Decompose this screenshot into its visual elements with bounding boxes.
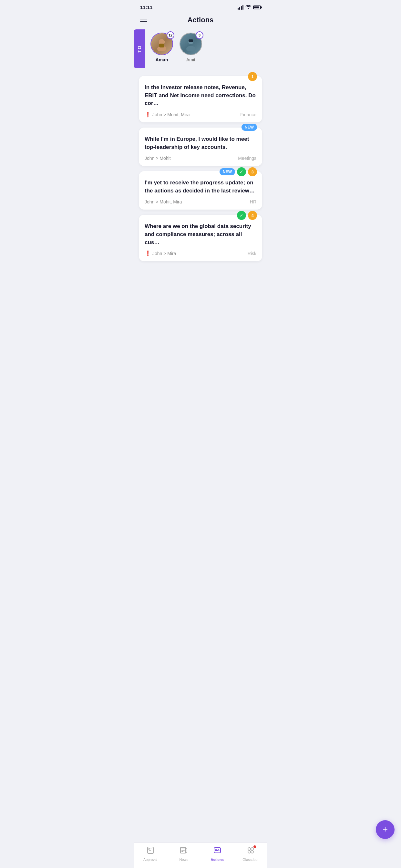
avatar-badge-amit: 3	[196, 31, 204, 39]
status-time: 11:11	[140, 4, 152, 10]
card-meta-1: ❗ John > Mohit, Mira Finance	[145, 112, 256, 117]
action-card-1[interactable]: 1 In the Investor release notes, Revenue…	[139, 76, 262, 122]
badge-number-4: 4	[248, 211, 257, 220]
avatar-name-amit: Amit	[186, 57, 195, 62]
badge-new-3: NEW	[220, 168, 235, 175]
card-meta-2: John > Mohit Meetings	[145, 156, 256, 161]
avatar-wrapper-amit: 3	[180, 33, 202, 55]
card-meta-4: ❗ John > Mira Risk	[145, 251, 256, 256]
avatar-badge-aman: 12	[166, 31, 174, 39]
card-badge-container-2: NEW	[242, 124, 257, 131]
battery-icon	[253, 5, 261, 9]
page-title: Actions	[188, 16, 214, 24]
wifi-icon	[245, 4, 251, 10]
svg-rect-6	[189, 39, 193, 42]
menu-icon[interactable]	[140, 19, 147, 22]
badge-new-2: NEW	[242, 124, 257, 131]
card-category-3: HR	[250, 199, 256, 205]
card-badge-container-1: 1	[248, 72, 257, 81]
check-icon-3: ✓	[237, 167, 246, 176]
card-sender-3: John > Mohit, Mira	[145, 199, 182, 205]
urgent-icon-1: ❗	[145, 112, 151, 117]
card-badge-container-3: NEW ✓ 3	[220, 167, 257, 176]
urgent-icon-4: ❗	[145, 251, 151, 256]
avatar-item-amit[interactable]: 3 Amit	[180, 33, 202, 62]
status-icons	[238, 4, 261, 10]
avatar-wrapper-aman: 12	[150, 33, 173, 55]
avatars-container: 12 Aman 3 Amit	[145, 29, 207, 66]
card-sender-1: ❗ John > Mohit, Mira	[145, 112, 190, 117]
card-text-2: While I'm in Europe, I would like to mee…	[145, 135, 256, 151]
action-card-4[interactable]: ✓ 4 Where are we on the global data secu…	[139, 215, 262, 261]
card-category-1: Finance	[240, 112, 256, 117]
badge-number-3: 3	[248, 167, 257, 176]
card-sender-2: John > Mohit	[145, 156, 171, 161]
avatar-name-aman: Aman	[156, 57, 168, 62]
signal-icon	[238, 5, 243, 10]
header: Actions	[134, 12, 267, 29]
action-card-3[interactable]: NEW ✓ 3 I'm yet to receive the progress …	[139, 171, 262, 210]
avatar-item-aman[interactable]: 12 Aman	[150, 33, 173, 62]
card-text-4: Where are we on the global data security…	[145, 222, 256, 246]
badge-number-1: 1	[248, 72, 257, 81]
card-category-4: Risk	[248, 251, 256, 256]
card-text-3: I'm yet to receive the progress update; …	[145, 179, 256, 195]
card-sender-4: ❗ John > Mira	[145, 251, 176, 256]
filter-section: TO 12 Aman	[134, 29, 267, 73]
action-card-2[interactable]: NEW While I'm in Europe, I would like to…	[139, 128, 262, 166]
svg-point-5	[186, 46, 195, 51]
card-text-1: In the Investor release notes, Revenue, …	[145, 84, 256, 107]
check-icon-4: ✓	[237, 211, 246, 220]
svg-point-2	[159, 39, 164, 44]
card-badge-container-4: ✓ 4	[237, 211, 257, 220]
card-category-2: Meetings	[238, 156, 256, 161]
to-tab[interactable]: TO	[134, 29, 145, 68]
card-meta-3: John > Mohit, Mira HR	[145, 199, 256, 205]
svg-rect-3	[159, 43, 164, 48]
cards-container: 1 In the Investor release notes, Revenue…	[134, 73, 267, 264]
status-bar: 11:11	[134, 0, 267, 12]
